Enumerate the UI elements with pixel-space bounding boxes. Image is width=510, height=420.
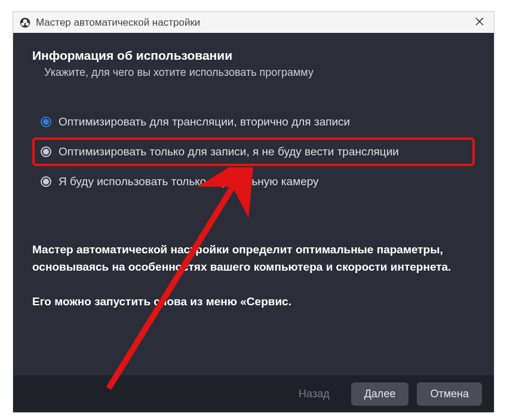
option-virtual-camera[interactable]: Я буду использовать только виртуальную к… (32, 167, 475, 196)
wizard-content: Информация об использовании Укажите, для… (13, 33, 494, 311)
header-title: Информация об использовании (32, 48, 475, 63)
next-button[interactable]: Далее (351, 382, 409, 406)
radio-icon (41, 176, 51, 187)
app-icon (19, 17, 31, 29)
description-paragraph-1: Мастер автоматической настройки определи… (32, 241, 475, 275)
titlebar: Мастер автоматической настройки (13, 12, 494, 33)
usage-options: Оптимизировать для трансляции, вторично … (32, 108, 475, 196)
close-icon (475, 16, 484, 29)
wizard-header: Информация об использовании Укажите, для… (32, 48, 475, 79)
radio-icon (41, 117, 51, 127)
option-recording[interactable]: Оптимизировать только для записи, я не б… (32, 137, 475, 166)
radio-icon (41, 146, 51, 157)
titlebar-left: Мастер автоматической настройки (19, 17, 200, 29)
wizard-window: Мастер автоматической настройки Информац… (13, 11, 494, 413)
header-subtitle: Укажите, для чего вы хотите использовать… (32, 66, 475, 79)
cancel-button[interactable]: Отмена (417, 382, 482, 406)
button-bar: Назад Далее Отмена (13, 375, 494, 412)
option-label: Оптимизировать только для записи, я не б… (59, 145, 399, 158)
option-label: Оптимизировать для трансляции, вторично … (59, 115, 350, 128)
svg-point-3 (26, 22, 29, 25)
option-streaming[interactable]: Оптимизировать для трансляции, вторично … (32, 108, 475, 136)
svg-point-2 (21, 22, 24, 25)
svg-point-1 (23, 19, 27, 23)
description-paragraph-2: Его можно запустить снова из меню «Серви… (32, 293, 475, 311)
titlebar-title: Мастер автоматической настройки (36, 17, 200, 29)
option-label: Я буду использовать только виртуальную к… (59, 175, 319, 188)
back-button[interactable]: Назад (285, 382, 343, 406)
close-button[interactable] (471, 14, 488, 31)
